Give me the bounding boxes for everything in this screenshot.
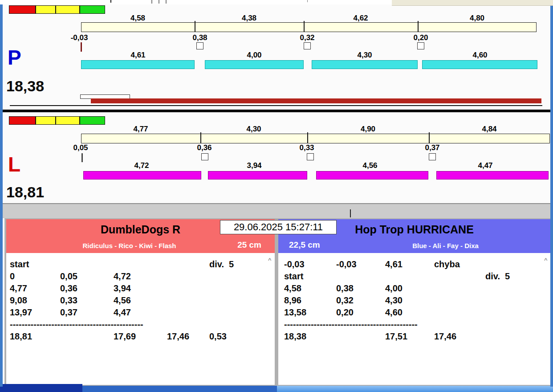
table-cell (167, 258, 209, 270)
table-cell: 8,96 (284, 294, 336, 306)
table-cell (336, 318, 385, 331)
table-cell (485, 331, 550, 343)
toolbar-remnant-beige (392, 0, 553, 6)
left-team-height: 25 cm (237, 240, 261, 250)
traffic-light-green-icon (80, 5, 105, 14)
table-cell (385, 318, 434, 331)
table-cell (209, 294, 275, 306)
table-cell (485, 258, 550, 270)
l-dog-bar-4 (436, 171, 549, 180)
table-cell: 17,69 (114, 331, 167, 343)
table-cell (167, 318, 209, 331)
table-row: ----------------------------------------… (10, 318, 275, 331)
table-cell: ----------------------------------------… (10, 318, 60, 331)
table-row: 4,580,384,00 (284, 282, 550, 294)
table-cell: 0,20 (336, 306, 385, 318)
l-dog-bar-1 (83, 171, 201, 180)
l-top-split-1: 4,77 (81, 125, 200, 134)
l-split-divider-2 (307, 132, 308, 143)
traffic-light-yellow1-icon (36, 116, 56, 125)
table-cell (336, 331, 385, 343)
table-cell: 0,36 (60, 282, 114, 294)
table-cell (434, 270, 485, 282)
table-cell: 17,51 (385, 331, 434, 343)
p-change-4: 0,20 (407, 33, 434, 42)
table-cell: 0,38 (336, 282, 385, 294)
table-cell (167, 270, 209, 282)
p-race-progress-bar (91, 98, 541, 103)
left-results-table: startdiv. 500,054,724,770,363,949,080,33… (6, 253, 275, 385)
table-cell: 13,58 (284, 306, 336, 318)
p-change-checkbox-2[interactable] (304, 42, 311, 49)
toolbar-fragment (159, 0, 159, 4)
l-start-mark (81, 153, 83, 162)
table-row: 8,960,324,30 (284, 294, 550, 306)
table-cell: 17,46 (167, 331, 209, 343)
toolbar-fragment (166, 0, 167, 4)
table-cell: -0,03 (336, 258, 385, 270)
l-change-checkbox-1[interactable] (201, 153, 208, 160)
table-cell (485, 294, 550, 306)
p-dog-split-3: 4,30 (351, 51, 378, 60)
table-cell (114, 258, 167, 270)
table-row: 4,770,363,94 (10, 282, 275, 294)
table-cell: 4,72 (114, 270, 167, 282)
table-cell: div. 5 (485, 270, 550, 282)
p-dog-split-4: 4,60 (467, 51, 493, 60)
traffic-light-p (9, 5, 105, 14)
lane-l-letter: L (8, 154, 20, 175)
p-split-divider-2 (304, 21, 305, 32)
table-cell: chyba (434, 258, 485, 270)
p-change-1: -0,03 (66, 33, 93, 42)
table-cell (336, 270, 385, 282)
table-cell (209, 282, 275, 294)
right-results-table: -0,03-0,034,61chybastartdiv. 54,580,384,… (278, 253, 550, 385)
table-cell (209, 318, 275, 331)
table-cell (485, 318, 550, 331)
p-top-split-4: 4,80 (418, 14, 537, 23)
p-top-split-1: 4,58 (81, 14, 195, 23)
table-cell (434, 282, 485, 294)
scroll-up-icon[interactable]: ^ (544, 257, 548, 263)
cursor-mark (350, 209, 351, 217)
l-top-split-2: 4,30 (200, 125, 307, 134)
l-top-split-4: 4,84 (429, 125, 550, 134)
table-row: 00,054,72 (10, 270, 275, 282)
traffic-light-l (9, 116, 105, 125)
traffic-light-yellow2-icon (56, 5, 80, 14)
table-cell: 4,56 (114, 294, 167, 306)
table-cell: 4,30 (385, 294, 434, 306)
flyball-timing-window: 4,58 4,38 4,62 4,80 -0,03 0,38 0,32 0,20… (0, 0, 553, 392)
table-row: 18,3817,5117,46 (284, 331, 550, 343)
table-cell: 13,97 (10, 306, 60, 318)
p-dog-bar-2 (205, 60, 304, 69)
table-row: startdiv. 5 (284, 270, 550, 282)
table-cell: 0,05 (60, 270, 114, 282)
toolbar-fragment (307, 0, 308, 2)
l-dog-split-4: 4,47 (472, 161, 499, 170)
taskbar-remnant-left (0, 384, 82, 392)
taskbar-remnant-right (277, 386, 553, 392)
l-change-checkbox-3[interactable] (429, 153, 436, 160)
table-cell: -0,03 (284, 258, 336, 270)
l-change-2: 0,36 (191, 143, 218, 152)
table-cell: 0 (10, 270, 60, 282)
traffic-light-yellow1-icon (36, 5, 56, 14)
p-change-checkbox-1[interactable] (196, 42, 203, 49)
table-cell (167, 306, 209, 318)
table-row: startdiv. 5 (10, 258, 275, 270)
left-team-members: Ridiculus - Rico - Kiwi - Flash (6, 242, 252, 249)
p-change-checkbox-3[interactable] (417, 42, 424, 49)
table-cell: 18,81 (10, 331, 60, 343)
table-cell: 4,61 (385, 258, 434, 270)
l-change-checkbox-2[interactable] (307, 153, 314, 160)
p-start-mark (81, 42, 82, 52)
table-cell: start (10, 258, 60, 270)
p-dog-split-1: 4,61 (125, 51, 151, 60)
l-dog-split-3: 4,56 (357, 161, 383, 170)
scroll-up-icon[interactable]: ^ (268, 257, 272, 263)
table-cell: 17,46 (434, 331, 485, 343)
lane-l-total: 18,81 (6, 184, 44, 200)
table-row: 13,970,374,47 (10, 306, 275, 318)
status-band (3, 203, 550, 218)
